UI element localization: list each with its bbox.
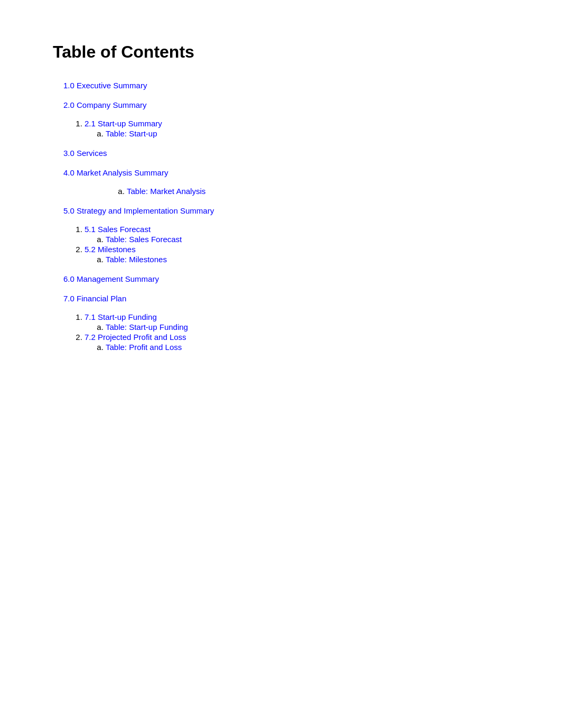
toc-link-2-1a[interactable]: Table: Start-up bbox=[106, 129, 157, 138]
toc-list-item-4-0a: Table: Market Analysis bbox=[127, 187, 508, 196]
toc-link-4-0a[interactable]: Table: Market Analysis bbox=[127, 187, 205, 196]
toc-container: 1.0 Executive Summary 2.0 Company Summar… bbox=[53, 81, 508, 352]
toc-link-5-2[interactable]: 5.2 Milestones bbox=[85, 245, 136, 254]
toc-section-1: 1.0 Executive Summary bbox=[63, 81, 508, 90]
toc-sublist-2-1: Table: Start-up bbox=[85, 129, 508, 138]
toc-link-1-0[interactable]: 1.0 Executive Summary bbox=[63, 81, 147, 90]
toc-link-5-1[interactable]: 5.1 Sales Forecast bbox=[85, 225, 151, 234]
toc-section-5: 5.0 Strategy and Implementation Summary … bbox=[63, 206, 508, 264]
toc-link-7-2a[interactable]: Table: Profit and Loss bbox=[106, 343, 182, 352]
toc-sublist-5-1: Table: Sales Forecast bbox=[85, 235, 508, 244]
toc-item-4-0: 4.0 Market Analysis Summary bbox=[63, 168, 508, 177]
toc-item-7-0: 7.0 Financial Plan bbox=[63, 294, 508, 303]
toc-sublist-4: Table: Market Analysis bbox=[63, 187, 508, 196]
toc-sublist-7: 7.1 Start-up Funding Table: Start-up Fun… bbox=[63, 312, 508, 352]
toc-link-4-0[interactable]: 4.0 Market Analysis Summary bbox=[63, 168, 168, 177]
toc-link-7-1[interactable]: 7.1 Start-up Funding bbox=[85, 312, 157, 321]
toc-link-7-2[interactable]: 7.2 Projected Profit and Loss bbox=[85, 333, 186, 342]
toc-link-2-0[interactable]: 2.0 Company Summary bbox=[63, 100, 147, 109]
toc-sublist-5-2: Table: Milestones bbox=[85, 255, 508, 264]
toc-section-4: 4.0 Market Analysis Summary Table: Marke… bbox=[63, 168, 508, 196]
toc-item-2-0: 2.0 Company Summary bbox=[63, 100, 508, 109]
toc-link-5-2a[interactable]: Table: Milestones bbox=[106, 255, 167, 264]
toc-section-2: 2.0 Company Summary 2.1 Start-up Summary… bbox=[63, 100, 508, 138]
toc-link-2-1[interactable]: 2.1 Start-up Summary bbox=[85, 119, 162, 128]
toc-link-3-0[interactable]: 3.0 Services bbox=[63, 149, 107, 158]
toc-list-item-7-2a: Table: Profit and Loss bbox=[106, 343, 508, 352]
toc-link-7-1a[interactable]: Table: Start-up Funding bbox=[106, 322, 188, 331]
page-title: Table of Contents bbox=[53, 42, 508, 62]
toc-list-item-5-1a: Table: Sales Forecast bbox=[106, 235, 508, 244]
toc-sublist-7-2: Table: Profit and Loss bbox=[85, 343, 508, 352]
toc-list-item-2-1: 2.1 Start-up Summary Table: Start-up bbox=[85, 119, 508, 138]
toc-sublist-5: 5.1 Sales Forecast Table: Sales Forecast… bbox=[63, 225, 508, 264]
toc-list-item-7-1a: Table: Start-up Funding bbox=[106, 322, 508, 331]
toc-sublist-2: 2.1 Start-up Summary Table: Start-up bbox=[63, 119, 508, 138]
toc-section-6: 6.0 Management Summary bbox=[63, 274, 508, 283]
toc-section-7: 7.0 Financial Plan 7.1 Start-up Funding … bbox=[63, 294, 508, 352]
toc-list-item-2-1a: Table: Start-up bbox=[106, 129, 508, 138]
toc-list-item-5-2a: Table: Milestones bbox=[106, 255, 508, 264]
toc-item-5-0: 5.0 Strategy and Implementation Summary bbox=[63, 206, 508, 215]
toc-list-item-5-1: 5.1 Sales Forecast Table: Sales Forecast bbox=[85, 225, 508, 244]
toc-link-5-1a[interactable]: Table: Sales Forecast bbox=[106, 235, 182, 244]
toc-section-3: 3.0 Services bbox=[63, 149, 508, 158]
toc-link-5-0[interactable]: 5.0 Strategy and Implementation Summary bbox=[63, 206, 214, 215]
toc-list-item-7-2: 7.2 Projected Profit and Loss Table: Pro… bbox=[85, 333, 508, 352]
toc-link-6-0[interactable]: 6.0 Management Summary bbox=[63, 274, 159, 283]
toc-sublist-7-1: Table: Start-up Funding bbox=[85, 322, 508, 331]
toc-list-item-5-2: 5.2 Milestones Table: Milestones bbox=[85, 245, 508, 264]
toc-list-item-7-1: 7.1 Start-up Funding Table: Start-up Fun… bbox=[85, 312, 508, 331]
toc-link-7-0[interactable]: 7.0 Financial Plan bbox=[63, 294, 126, 303]
